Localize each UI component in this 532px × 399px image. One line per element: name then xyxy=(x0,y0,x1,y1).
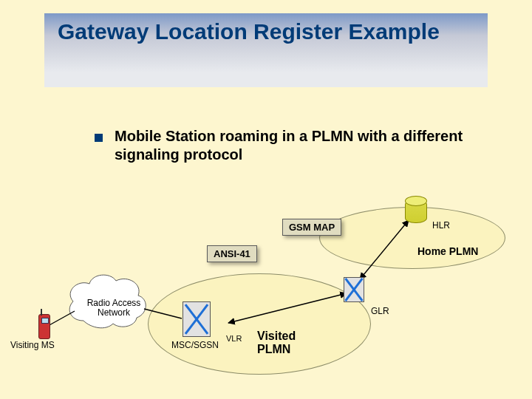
visited-plmn-region xyxy=(148,273,371,375)
gsm-map-label: GSM MAP xyxy=(282,219,341,236)
visited-plmn-label: Visited PLMN xyxy=(257,330,296,357)
glr-label: GLR xyxy=(371,306,389,316)
ansi41-label: ANSI-41 xyxy=(207,245,257,262)
svg-line-0 xyxy=(48,311,75,326)
ran-label: Radio Access Network xyxy=(80,299,148,318)
title-bar: Gateway Location Register Example xyxy=(44,13,488,87)
hlr-label: HLR xyxy=(432,220,450,231)
hlr-db-icon xyxy=(405,200,427,223)
slide-title: Gateway Location Register Example xyxy=(58,19,474,45)
glr-router-icon xyxy=(344,277,364,302)
msc-sgsn-router-icon xyxy=(183,301,211,337)
bullet-icon xyxy=(95,134,103,142)
bullet-text: Mobile Station roaming in a PLMN with a … xyxy=(115,127,484,164)
mobile-phone-icon xyxy=(38,314,50,339)
msc-sgsn-label: MSC/SGSN xyxy=(171,340,219,350)
vlr-label: VLR xyxy=(226,334,242,343)
home-plmn-label: Home PLMN xyxy=(417,245,478,257)
visiting-ms-label: Visiting MS xyxy=(10,340,55,350)
